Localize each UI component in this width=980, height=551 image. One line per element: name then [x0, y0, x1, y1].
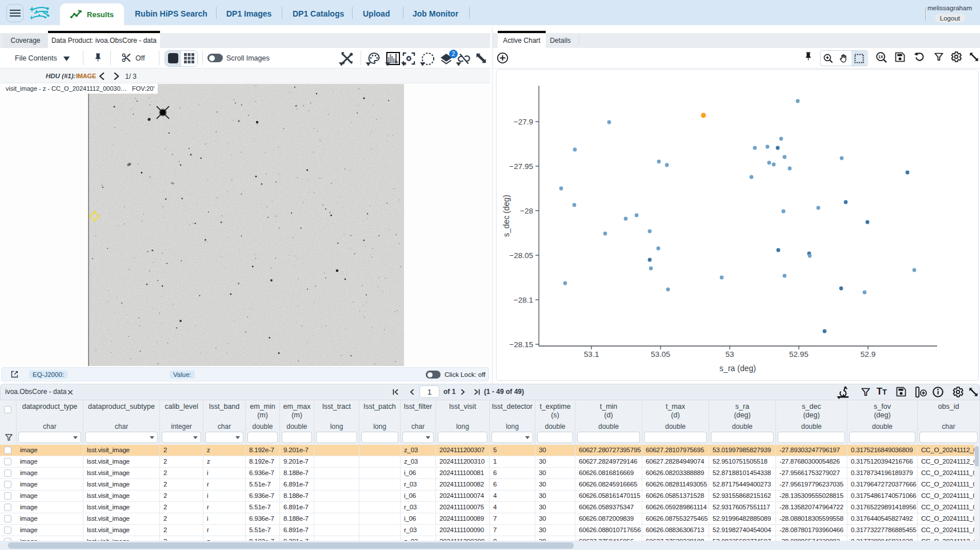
svg-text:53: 53: [725, 350, 734, 359]
svg-text:53.1: 53.1: [584, 350, 599, 359]
svg-text:s_ra (deg): s_ra (deg): [719, 364, 756, 373]
svg-text:52.9: 52.9: [861, 350, 875, 359]
svg-text:−28: −28: [520, 207, 533, 215]
svg-text:−28.1: −28.1: [514, 296, 533, 304]
svg-text:−27.95: −27.95: [509, 162, 533, 171]
svg-text:53.05: 53.05: [651, 350, 670, 359]
svg-text:s_dec (deg): s_dec (deg): [502, 195, 511, 237]
svg-text:−27.9: −27.9: [514, 118, 533, 126]
svg-text:−28.15: −28.15: [509, 340, 533, 349]
svg-text:−28.05: −28.05: [509, 251, 533, 260]
svg-text:52.95: 52.95: [789, 350, 809, 359]
svg-text:1X: 1X: [878, 54, 883, 59]
